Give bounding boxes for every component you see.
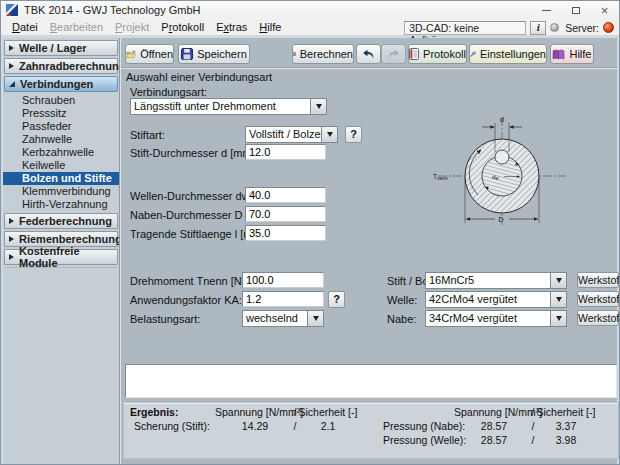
dropdown-button[interactable] (307, 310, 324, 327)
menu-datei[interactable]: Datei (6, 21, 44, 33)
sidebar-item-keilwelle[interactable]: Keilwelle (3, 159, 119, 172)
menu-hilfe[interactable]: Hilfe (253, 21, 287, 33)
calculator-icon (293, 48, 296, 60)
menu-bearbeiten[interactable]: Bearbeiten (44, 21, 109, 33)
dim-d-label: d (500, 116, 504, 123)
result-value: 3.98 (534, 434, 598, 446)
save-floppy-icon (181, 48, 193, 60)
nabe-label: Nabe: (387, 313, 416, 325)
menu-projekt[interactable]: Projekt (109, 21, 155, 33)
nabe-werkstoff-button[interactable]: Werkstoff (577, 310, 619, 326)
redo-icon (387, 49, 400, 60)
collapsed-arrow-icon (9, 45, 14, 51)
dropdown-button[interactable] (550, 272, 567, 289)
protocol-button[interactable]: Protokoll (408, 44, 467, 64)
sidebar-item-presssitz[interactable]: Presssitz (3, 107, 119, 120)
anwendungsfaktor-help-button[interactable]: ? (328, 291, 345, 308)
welle-werkstoff-button[interactable]: Werkstoff (577, 291, 619, 307)
stiftart-select[interactable]: Vollstift / Bolzen (245, 126, 338, 143)
page-title: Auswahl einer Verbindungsart (126, 71, 272, 83)
drehmoment-input[interactable] (242, 272, 324, 288)
stiftlaenge-input[interactable] (245, 225, 326, 241)
stift-werkstoff-button[interactable]: Werkstoff (577, 272, 619, 288)
sidebar-section-zahnradberechnung[interactable]: Zahnradberechnung (4, 58, 118, 74)
collapsed-arrow-icon (9, 254, 14, 260)
maximize-icon (572, 7, 580, 14)
section-label: Kostenfreie Module (19, 245, 117, 269)
menu-protokoll[interactable]: Protokoll (155, 21, 210, 33)
sidebar-item-passfeder[interactable]: Passfeder (3, 120, 119, 133)
result-value: 2.1 (296, 420, 360, 432)
sicherheit-header-right: Sicherheit [-] (534, 406, 598, 418)
expanded-arrow-icon (9, 81, 15, 87)
sidebar-item-schrauben[interactable]: Schrauben (3, 94, 119, 107)
settings-tool-icon (470, 48, 476, 60)
server-label: Server: (565, 22, 599, 34)
section-label: Zahnradberechnung (19, 60, 120, 72)
section-label: Welle / Lager (19, 42, 87, 54)
maximize-button[interactable] (561, 1, 590, 19)
settings-label: Einstellungen (480, 48, 546, 60)
dropdown-button[interactable] (310, 98, 327, 115)
chevron-down-icon (327, 132, 333, 137)
stift-durchmesser-input[interactable] (245, 144, 326, 160)
minimize-button[interactable] (532, 1, 561, 19)
belastungsart-select[interactable]: wechselnd (242, 310, 324, 327)
stift-bolzen-select[interactable]: 16MnCr5 (425, 272, 567, 289)
sidebar-item-kerbzahnwelle[interactable]: Kerbzahnwelle (3, 146, 119, 159)
save-button[interactable]: Speichern (178, 44, 250, 64)
dropdown-button[interactable] (321, 126, 338, 143)
nabe-select[interactable]: 34CrMo4 vergütet (425, 310, 567, 327)
close-button[interactable]: × (590, 1, 619, 19)
section-label: Federberechnung (19, 215, 112, 227)
dropdown-button[interactable] (550, 310, 567, 327)
undo-button[interactable] (356, 44, 381, 64)
calculate-button[interactable]: Berechnen (292, 44, 354, 64)
wellen-durchmesser-input[interactable] (245, 187, 326, 203)
sidebar-section-welle-lager[interactable]: Welle / Lager (4, 40, 118, 56)
belastungsart-value: wechselnd (242, 310, 307, 327)
sidebar-section-kostenfreie-module[interactable]: Kostenfreie Module (4, 249, 118, 265)
stiftart-value: Vollstift / Bolzen (245, 126, 321, 143)
collapsed-arrow-icon (9, 218, 14, 224)
anwendungsfaktor-label: Anwendungsfaktor KA: (130, 294, 242, 306)
sidebar-item-zahnwelle[interactable]: Zahnwelle (3, 133, 119, 146)
result-row-label: Scherung (Stift): (134, 420, 210, 432)
stiftart-help-button[interactable]: ? (345, 126, 362, 143)
settings-button[interactable]: Einstellungen (469, 44, 547, 64)
chevron-down-icon (556, 278, 562, 283)
welle-select[interactable]: 42CrMo4 vergütet (425, 291, 567, 308)
result-value: 28.57 (454, 420, 534, 432)
pin-connection-diagram: d D Tnenn dw (432, 102, 582, 252)
sidebar-section-federberechnung[interactable]: Federberechnung (4, 213, 118, 229)
server-status-led (603, 22, 614, 33)
info-button[interactable]: i (530, 21, 546, 35)
main-panel: Öffnen Speichern Berechnen Protokoll (120, 38, 617, 464)
undo-icon (362, 49, 375, 60)
dropdown-button[interactable] (550, 291, 567, 308)
menu-extras[interactable]: Extras (210, 21, 253, 33)
dim-D-label: D (499, 216, 504, 223)
redo-button[interactable] (381, 44, 406, 64)
close-icon: × (601, 4, 609, 17)
toolbar-separator (121, 67, 617, 69)
help-button[interactable]: Hilfe (550, 44, 594, 64)
results-panel: Ergebnis: Spannung [N/mm²] / Sicherheit … (123, 402, 619, 459)
sidebar-item-bolzen-und-stifte[interactable]: Bolzen und Stifte (3, 172, 119, 185)
nabe-value: 34CrMo4 vergütet (425, 310, 550, 327)
sidebar-section-verbindungen[interactable]: Verbindungen (4, 76, 118, 92)
open-button[interactable]: Öffnen (125, 44, 174, 64)
sicherheit-header-left: Sicherheit [-] (296, 406, 360, 418)
result-row-label: Pressung (Nabe): (383, 420, 465, 432)
naben-durchmesser-input[interactable] (245, 206, 326, 222)
sidebar-item-hirth-verzahnung[interactable]: Hirth-Verzahnung (3, 198, 119, 211)
app-window: TBK 2014 - GWJ Technology GmbH × Datei B… (0, 0, 620, 465)
sidebar-empty-area (5, 267, 117, 462)
result-value: 14.29 (215, 420, 295, 432)
app-logo-icon (5, 3, 19, 17)
save-label: Speichern (197, 48, 247, 60)
anwendungsfaktor-input[interactable] (242, 291, 324, 307)
help-book-icon (552, 49, 565, 60)
verbindungsart-select[interactable]: Längsstift unter Drehmoment (130, 98, 327, 115)
sidebar-item-klemmverbindung[interactable]: Klemmverbindung (3, 185, 119, 198)
